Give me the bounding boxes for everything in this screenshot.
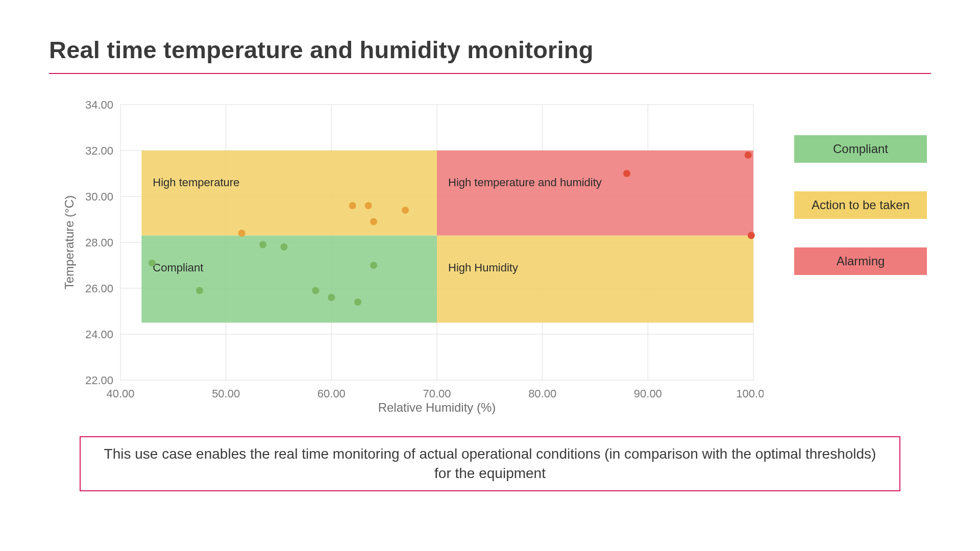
data-point	[196, 287, 203, 294]
svg-text:34.00: 34.00	[85, 99, 113, 111]
chart-svg: CompliantHigh temperatureHigh HumidityHi…	[49, 99, 764, 416]
data-point	[370, 262, 377, 269]
data-point	[312, 287, 319, 294]
data-point	[365, 202, 372, 209]
data-point	[402, 207, 409, 214]
slide: Real time temperature and humidity monit…	[0, 0, 980, 551]
region-label: High temperature	[153, 176, 239, 189]
y-axis-ticks: 22.0024.0026.0028.0030.0032.0034.00	[85, 99, 113, 387]
region-label: High temperature and humidity	[448, 176, 602, 189]
region-label: High Humidity	[448, 261, 518, 274]
legend-action: Action to be taken	[794, 191, 927, 219]
region-label: Compliant	[153, 261, 203, 274]
data-point	[623, 170, 630, 177]
svg-text:28.00: 28.00	[85, 236, 113, 249]
caption-text: This use case enables the real time moni…	[104, 446, 876, 481]
svg-text:22.00: 22.00	[85, 374, 113, 387]
region-action	[437, 236, 753, 323]
caption-box: This use case enables the real time moni…	[80, 436, 900, 491]
data-point	[748, 232, 755, 239]
legend: Compliant Action to be taken Alarming	[794, 135, 927, 275]
region-alarming	[437, 151, 753, 236]
svg-text:40.00: 40.00	[106, 387, 134, 400]
legend-compliant: Compliant	[794, 135, 927, 163]
page-title: Real time temperature and humidity monit…	[49, 36, 931, 64]
svg-text:80.00: 80.00	[528, 387, 556, 400]
svg-text:90.00: 90.00	[634, 387, 662, 400]
data-point	[349, 202, 356, 209]
scatter-chart: CompliantHigh temperatureHigh HumidityHi…	[49, 99, 764, 416]
chart-row: CompliantHigh temperatureHigh HumidityHi…	[49, 99, 931, 416]
y-axis-label: Temperature (°C)	[62, 195, 76, 289]
x-axis-label: Relative Humidity (%)	[378, 400, 496, 414]
data-point	[280, 243, 287, 251]
data-point	[370, 218, 377, 226]
data-point	[238, 230, 246, 237]
data-point	[149, 260, 156, 267]
svg-text:26.00: 26.00	[85, 282, 113, 295]
data-point	[328, 294, 335, 301]
svg-text:100.00: 100.00	[736, 387, 764, 400]
x-axis-ticks: 40.0050.0060.0070.0080.0090.00100.00	[106, 387, 764, 400]
svg-text:32.00: 32.00	[85, 144, 113, 157]
region-action	[141, 151, 437, 236]
svg-text:50.00: 50.00	[212, 387, 240, 400]
svg-text:24.00: 24.00	[85, 328, 113, 341]
legend-alarming: Alarming	[794, 247, 927, 275]
svg-text:70.00: 70.00	[423, 387, 451, 400]
region-compliant	[141, 236, 437, 323]
title-divider	[49, 73, 931, 74]
svg-text:30.00: 30.00	[85, 190, 113, 203]
svg-text:60.00: 60.00	[317, 387, 346, 400]
data-point	[745, 152, 752, 159]
data-point	[259, 241, 266, 248]
data-point	[354, 298, 361, 306]
